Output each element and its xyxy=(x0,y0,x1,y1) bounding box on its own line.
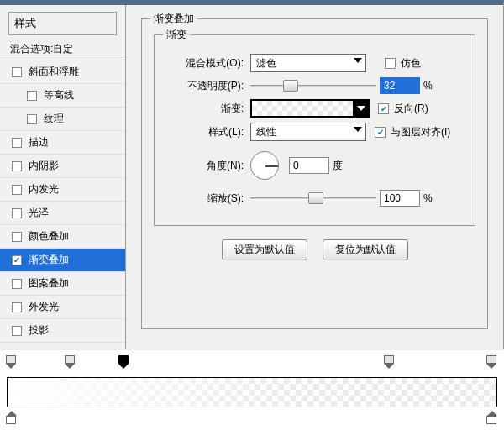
sidebar-item-label: 内发光 xyxy=(29,182,59,197)
opacity-stop[interactable] xyxy=(486,355,498,369)
label-align: 与图层对齐(I) xyxy=(391,125,450,139)
reverse-checkbox[interactable] xyxy=(378,103,389,114)
style-checkbox[interactable] xyxy=(12,279,22,289)
opacity-stops-row[interactable] xyxy=(7,355,497,374)
style-checkbox[interactable] xyxy=(12,255,22,265)
sidebar-item[interactable]: 投影 xyxy=(0,319,125,343)
style-checkbox[interactable] xyxy=(12,67,22,77)
scale-value[interactable]: 100 xyxy=(380,190,420,207)
dropdown-arrow-icon xyxy=(354,58,362,63)
sidebar-item-label: 外发光 xyxy=(29,300,59,314)
unit-pct2: % xyxy=(423,192,433,204)
sidebar-item[interactable]: 图案叠加 xyxy=(0,272,125,296)
sidebar-item[interactable]: 外发光 xyxy=(0,296,125,319)
blend-options-row[interactable]: 混合选项:自定 xyxy=(0,39,125,60)
gradient-dropdown-button[interactable] xyxy=(354,100,369,117)
align-checkbox[interactable] xyxy=(375,127,386,138)
row-blend-mode: 混合模式(O): 滤色 仿色 xyxy=(166,54,463,72)
color-stop[interactable] xyxy=(6,411,18,426)
opacity-stop[interactable] xyxy=(118,355,130,369)
opacity-stop[interactable] xyxy=(384,355,396,369)
unit-deg: 度 xyxy=(333,159,343,173)
style-value: 线性 xyxy=(256,125,276,139)
label-dither: 仿色 xyxy=(401,56,421,71)
scale-slider[interactable] xyxy=(250,191,376,206)
make-default-button[interactable]: 设置为默认值 xyxy=(222,239,307,260)
opacity-stop[interactable] xyxy=(6,355,18,369)
reset-default-button[interactable]: 复位为默认值 xyxy=(323,239,408,260)
style-checkbox[interactable] xyxy=(12,232,22,242)
row-angle: 角度(N): 0 度 xyxy=(166,151,463,180)
style-checkbox[interactable] xyxy=(27,91,37,101)
sidebar-item-label: 等高线 xyxy=(44,88,74,102)
sidebar-item-label: 渐变叠加 xyxy=(29,253,69,267)
label-style: 样式(L): xyxy=(166,125,244,139)
gradient-overlay-group: 渐变叠加 渐变 混合模式(O): 滤色 仿色 不透明度(P): xyxy=(141,18,488,329)
dropdown-arrow-icon xyxy=(357,106,365,111)
styles-title: 样式 xyxy=(8,12,117,35)
label-scale: 缩放(S): xyxy=(166,192,244,206)
angle-dial[interactable] xyxy=(250,151,279,180)
style-checkbox[interactable] xyxy=(12,138,22,148)
dither-checkbox[interactable] xyxy=(385,58,396,69)
label-opacity: 不透明度(P): xyxy=(166,79,244,93)
gradient-overlay-panel: 渐变叠加 渐变 混合模式(O): 滤色 仿色 不透明度(P): xyxy=(126,5,503,349)
gradient-preview[interactable] xyxy=(251,100,354,117)
sidebar-item[interactable]: 等高线 xyxy=(0,84,125,108)
sidebar-item[interactable]: 颜色叠加 xyxy=(0,225,125,249)
sidebar-item-label: 光泽 xyxy=(29,206,49,220)
sidebar-item-label: 斜面和浮雕 xyxy=(29,65,79,79)
label-angle: 角度(N): xyxy=(166,159,244,173)
unit-pct1: % xyxy=(423,80,433,92)
style-checkbox[interactable] xyxy=(12,161,22,171)
row-style: 样式(L): 线性 与图层对齐(I) xyxy=(166,123,463,141)
gradient-editor xyxy=(0,349,504,446)
sidebar-item[interactable]: 纹理 xyxy=(0,108,125,131)
opacity-value[interactable]: 32 xyxy=(380,77,420,94)
sidebar-item[interactable]: 描边 xyxy=(0,131,125,155)
style-select[interactable]: 线性 xyxy=(250,123,366,141)
blend-mode-value: 滤色 xyxy=(256,56,276,71)
label-gradient: 渐变: xyxy=(166,102,244,116)
sidebar-item[interactable]: 斜面和浮雕 xyxy=(0,60,125,84)
row-gradient: 渐变: 反向(R) xyxy=(166,99,463,118)
sidebar-item[interactable]: 内阴影 xyxy=(0,155,125,178)
style-checkbox[interactable] xyxy=(12,185,22,195)
sidebar-item[interactable]: 内发光 xyxy=(0,178,125,202)
styles-panel: 样式 混合选项:自定 斜面和浮雕等高线纹理描边内阴影内发光光泽颜色叠加渐变叠加图… xyxy=(0,5,126,349)
default-buttons: 设置为默认值 复位为默认值 xyxy=(154,239,475,260)
gradient-inner-group: 渐变 混合模式(O): 滤色 仿色 不透明度(P): xyxy=(154,34,475,226)
style-checkbox[interactable] xyxy=(12,302,22,312)
sidebar-item-label: 描边 xyxy=(29,135,49,150)
sidebar-item-label: 投影 xyxy=(29,323,49,338)
style-checkbox[interactable] xyxy=(27,114,37,124)
sidebar-item-label: 图案叠加 xyxy=(29,276,69,291)
sidebar-item[interactable]: 渐变叠加 xyxy=(0,249,125,272)
sidebar-item[interactable]: 光泽 xyxy=(0,202,125,225)
label-reverse: 反向(R) xyxy=(394,102,428,116)
opacity-slider[interactable] xyxy=(250,78,376,93)
style-checkbox[interactable] xyxy=(12,326,22,336)
blend-mode-select[interactable]: 滤色 xyxy=(250,54,366,72)
style-checkbox[interactable] xyxy=(12,208,22,218)
row-opacity: 不透明度(P): 32 % xyxy=(166,77,463,94)
color-stops-row[interactable] xyxy=(7,411,497,429)
group-title-outer: 渐变叠加 xyxy=(150,12,197,26)
angle-value[interactable]: 0 xyxy=(289,157,329,174)
opacity-stop[interactable] xyxy=(65,355,76,369)
sidebar-item-label: 颜色叠加 xyxy=(29,229,69,244)
sidebar-item-label: 纹理 xyxy=(44,112,64,126)
layer-style-dialog: 样式 混合选项:自定 斜面和浮雕等高线纹理描边内阴影内发光光泽颜色叠加渐变叠加图… xyxy=(0,0,504,349)
label-blend-mode: 混合模式(O): xyxy=(166,56,244,71)
style-list: 斜面和浮雕等高线纹理描边内阴影内发光光泽颜色叠加渐变叠加图案叠加外发光投影 xyxy=(0,60,125,343)
gradient-picker[interactable] xyxy=(250,99,370,118)
row-scale: 缩放(S): 100 % xyxy=(166,190,463,207)
color-stop[interactable] xyxy=(486,411,498,426)
dropdown-arrow-icon xyxy=(354,127,362,132)
gradient-bar[interactable] xyxy=(7,377,497,407)
group-title-inner: 渐变 xyxy=(163,28,190,42)
sidebar-item-label: 内阴影 xyxy=(29,159,59,173)
